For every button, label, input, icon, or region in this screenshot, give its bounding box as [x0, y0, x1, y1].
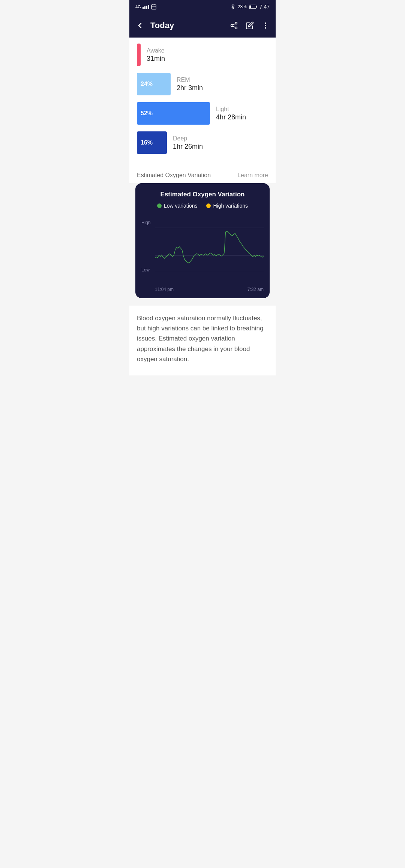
spacer — [129, 160, 276, 164]
light-percentage: 52% — [141, 110, 153, 117]
rem-percentage: 24% — [141, 81, 153, 87]
more-options-button[interactable] — [261, 21, 270, 30]
oxygen-section-title: Estimated Oxygen Variation — [137, 172, 211, 179]
deep-bar: 16% — [137, 131, 167, 154]
svg-line-11 — [233, 24, 235, 25]
chart-legend: Low variations High variations — [141, 203, 264, 209]
svg-line-10 — [233, 26, 235, 27]
y-label-low: Low — [141, 267, 151, 273]
legend-high-label: High variations — [213, 203, 248, 209]
bluetooth-icon — [230, 4, 236, 9]
sleep-stage-deep: 16% Deep 1hr 26min — [137, 131, 268, 154]
calendar-icon — [151, 4, 157, 10]
page-title: Today — [150, 21, 224, 30]
time-display: 7:47 — [260, 4, 270, 10]
svg-rect-5 — [256, 6, 257, 8]
network-indicator: 4G — [135, 5, 141, 9]
svg-rect-6 — [249, 5, 251, 8]
light-info: Light 4hr 28min — [216, 106, 246, 121]
oxygen-chart-container: Estimated Oxygen Variation Low variation… — [135, 183, 270, 298]
description-block: Blood oxygen saturation normally fluctua… — [129, 306, 276, 375]
battery-icon — [249, 5, 257, 9]
awake-info: Awake 31min — [147, 47, 165, 63]
chart-area: High Low — [141, 216, 264, 284]
signal-bars — [142, 5, 149, 9]
legend-low: Low variations — [157, 203, 198, 209]
share-button[interactable] — [230, 21, 238, 30]
chart-x-labels: 11:04 pm 7:32 am — [141, 287, 264, 292]
sleep-stage-rem: 24% REM 2hr 3min — [137, 73, 268, 95]
status-bar: 4G 23% 7:47 — [129, 0, 276, 14]
deep-percentage: 16% — [141, 139, 153, 146]
oxygen-waveform — [155, 231, 264, 263]
status-right: 23% 7:47 — [230, 4, 270, 10]
rem-info: REM 2hr 3min — [177, 77, 203, 92]
svg-point-13 — [265, 25, 266, 26]
rem-bar: 24% — [137, 73, 171, 95]
legend-high: High variations — [206, 203, 248, 209]
back-button[interactable] — [135, 21, 144, 30]
x-label-end: 7:32 am — [248, 287, 264, 292]
edit-button[interactable] — [246, 21, 254, 30]
light-time: 4hr 28min — [216, 113, 246, 121]
svg-point-14 — [265, 27, 266, 29]
status-left: 4G — [135, 4, 157, 10]
rem-time: 2hr 3min — [177, 84, 203, 92]
rem-label: REM — [177, 77, 203, 83]
awake-label: Awake — [147, 47, 165, 54]
svg-point-12 — [265, 23, 266, 24]
learn-more-link[interactable]: Learn more — [237, 172, 268, 179]
deep-time: 1hr 26min — [173, 143, 203, 151]
chart-svg-wrapper — [155, 216, 264, 275]
awake-bar — [137, 44, 141, 66]
sleep-stage-light: 52% Light 4hr 28min — [137, 102, 268, 125]
x-label-start: 11:04 pm — [155, 287, 174, 292]
y-label-high: High — [141, 220, 151, 225]
chart-title: Estimated Oxygen Variation — [141, 191, 264, 198]
battery-text: 23% — [238, 4, 247, 9]
action-icons — [230, 21, 270, 30]
legend-low-label: Low variations — [164, 203, 198, 209]
top-bar: Today — [129, 14, 276, 38]
oxygen-chart-svg — [155, 216, 264, 275]
light-label: Light — [216, 106, 246, 113]
sleep-stages-section: Awake 31min 24% REM 2hr 3min 52% Light 4… — [129, 38, 276, 160]
description-text: Blood oxygen saturation normally fluctua… — [137, 313, 268, 364]
chart-y-labels: High Low — [141, 216, 151, 284]
deep-label: Deep — [173, 135, 203, 142]
sleep-stage-awake: Awake 31min — [137, 44, 268, 66]
awake-time: 31min — [147, 55, 165, 63]
oxygen-section-header: Estimated Oxygen Variation Learn more — [129, 164, 276, 183]
light-bar: 52% — [137, 102, 210, 125]
deep-info: Deep 1hr 26min — [173, 135, 203, 151]
legend-high-dot — [206, 203, 211, 208]
svg-rect-0 — [152, 5, 156, 9]
legend-low-dot — [157, 203, 162, 208]
